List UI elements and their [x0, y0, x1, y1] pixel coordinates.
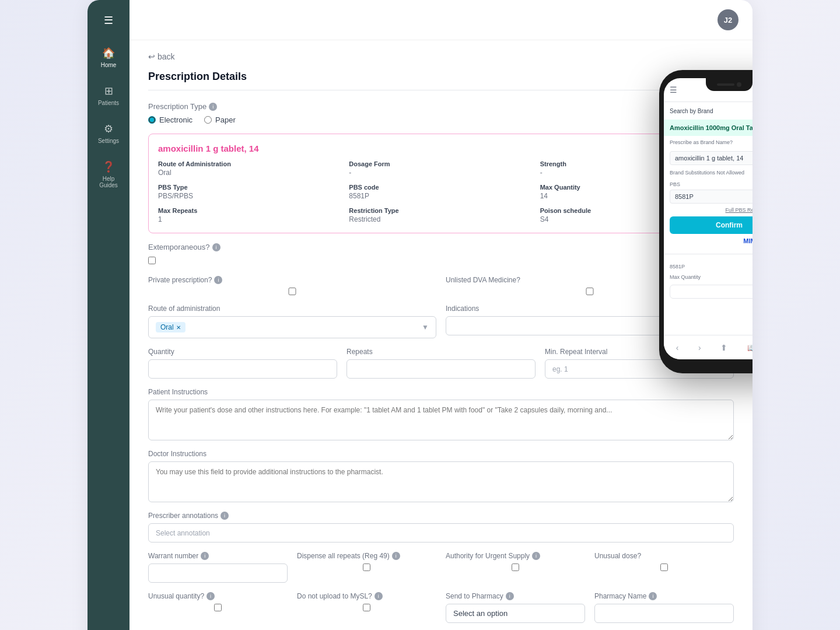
prescriber-annotations-input[interactable]: [148, 523, 734, 542]
pbs-type-detail: PBS Type PBS/RPBS: [158, 184, 342, 200]
pbs-type-value: PBS/RPBS: [158, 192, 342, 200]
back-button[interactable]: ↩ back: [148, 52, 734, 61]
sidebar: ☰ 🏠 Home ⊞ Patients ⚙ Settings ❓ Help Gu…: [88, 0, 130, 630]
back-arrow-icon: ↩: [148, 52, 155, 61]
unusual-quantity-group: Unusual quantity? i: [148, 592, 288, 611]
doctor-instructions-label: Doctor Instructions: [148, 450, 734, 458]
pharmacy-name-label: Pharmacy Name i: [594, 592, 734, 600]
pbs-code-value: 8581P: [349, 192, 533, 200]
doctor-instructions-group: Doctor Instructions: [148, 450, 734, 502]
route-admin-detail: Route of Administration Oral: [158, 160, 342, 177]
sidebar-item-patients-label: Patients: [98, 100, 119, 106]
unlisted-dva-checkbox[interactable]: [446, 288, 734, 295]
sidebar-item-settings-label: Settings: [98, 138, 119, 144]
do-not-upload-group: Do not upload to MySL? i: [297, 592, 436, 611]
max-quantity-value: 14: [540, 192, 724, 200]
dispense-all-repeats-checkbox[interactable]: [297, 564, 436, 571]
send-to-pharmacy-label: Send to Pharmacy i: [446, 592, 585, 600]
warrant-info-icon[interactable]: i: [201, 552, 209, 560]
main-content: J2 ↩ back Prescription Details Prescript…: [130, 0, 752, 630]
private-prescription-info-icon[interactable]: i: [214, 276, 222, 284]
user-avatar: J2: [718, 9, 738, 30]
header: J2: [130, 0, 752, 40]
prescriber-annotations-info-icon[interactable]: i: [220, 512, 229, 520]
unusual-dose-label: Unusual dose?: [594, 552, 734, 560]
unusual-quantity-label: Unusual quantity? i: [148, 592, 288, 600]
paper-radio-label[interactable]: Paper: [204, 116, 236, 124]
extemporaneous-checkbox[interactable]: [148, 257, 156, 264]
private-prescription-checkbox[interactable]: [148, 288, 436, 295]
authority-info-icon[interactable]: i: [532, 552, 540, 560]
content-area: ↩ back Prescription Details Prescription…: [130, 40, 752, 630]
extemporaneous-label: Extemporaneous? i: [148, 243, 734, 251]
sidebar-item-patients[interactable]: ⊞ Patients: [91, 79, 126, 112]
send-to-pharmacy-select[interactable]: Select an option: [446, 604, 585, 623]
patient-instructions-textarea[interactable]: [148, 400, 734, 440]
pharmacy-name-input[interactable]: [594, 604, 734, 623]
max-repeats-detail: Max Repeats 1: [158, 207, 342, 223]
min-repeat-input[interactable]: [545, 359, 734, 379]
unlisted-dva-label: Unlisted DVA Medicine?: [446, 276, 734, 284]
doctor-instructions-textarea[interactable]: [148, 461, 734, 502]
private-prescription-group: Private prescription? i: [148, 276, 436, 295]
quantity-form-group: Quantity 14: [148, 348, 337, 379]
send-pharmacy-select-wrapper: Select an option: [446, 604, 585, 623]
dispense-all-repeats-label: Dispense all repeats (Reg 49) i: [297, 552, 436, 560]
unusual-quantity-checkbox[interactable]: [148, 604, 288, 611]
oral-tag-close[interactable]: ✕: [176, 324, 181, 331]
send-pharmacy-info-icon[interactable]: i: [506, 592, 514, 600]
patients-icon: ⊞: [104, 85, 113, 97]
dosage-form-detail: Dosage Form -: [349, 160, 533, 177]
private-dva-row: Private prescription? i Unlisted DVA Med…: [148, 276, 734, 295]
send-to-pharmacy-group: Send to Pharmacy i Select an option: [446, 592, 585, 623]
warrant-number-input[interactable]: [148, 564, 288, 583]
prescriber-annotations-group: Prescriber annotations i: [148, 512, 734, 542]
poison-schedule-value: S4: [540, 215, 724, 223]
route-indications-row: Route of administration Oral ✕ ▼ Indicat…: [148, 304, 734, 338]
unusual-qty-info-icon[interactable]: i: [206, 592, 215, 600]
route-admin-form-group: Route of administration Oral ✕ ▼: [148, 304, 436, 338]
electronic-radio-label[interactable]: Electronic: [148, 116, 192, 124]
quantity-input[interactable]: 14: [148, 359, 337, 379]
extemporaneous-section: Extemporaneous? i: [148, 243, 734, 267]
pharmacy-name-info-icon[interactable]: i: [649, 592, 657, 600]
strength-value: -: [540, 169, 724, 177]
prescription-type-label: Prescription Type i: [148, 102, 734, 111]
unusual-dose-group: Unusual dose?: [594, 552, 734, 571]
back-label: back: [158, 52, 175, 61]
sidebar-logo: ☰: [99, 9, 118, 32]
warrant-number-group: Warrant number i: [148, 552, 288, 583]
extemporaneous-info-icon[interactable]: i: [212, 243, 220, 251]
authority-urgent-checkbox[interactable]: [446, 564, 585, 571]
do-not-upload-checkbox[interactable]: [297, 604, 436, 611]
oral-tag: Oral ✕: [156, 322, 186, 332]
electronic-radio[interactable]: [148, 116, 156, 124]
warrant-row: Warrant number i Dispense all repeats (R…: [148, 552, 734, 583]
pharmacy-name-group: Pharmacy Name i: [594, 592, 734, 623]
dispense-info-icon[interactable]: i: [392, 552, 400, 560]
sidebar-item-settings[interactable]: ⚙ Settings: [91, 117, 126, 150]
max-quantity-label: Max Quantity: [540, 184, 724, 191]
sidebar-item-help-label: Help Guides: [96, 176, 121, 188]
authority-urgent-label: Authority for Urgent Supply i: [446, 552, 585, 560]
paper-radio[interactable]: [204, 116, 212, 124]
sidebar-item-help[interactable]: ❓ Help Guides: [91, 155, 126, 194]
indications-form-label: Indications: [446, 304, 734, 313]
sidebar-item-home[interactable]: 🏠 Home: [91, 41, 126, 74]
repeats-form-label: Repeats: [346, 348, 536, 356]
repeats-input[interactable]: 0: [346, 359, 536, 379]
private-prescription-label: Private prescription? i: [148, 276, 436, 284]
max-repeats-label: Max Repeats: [158, 207, 342, 214]
route-admin-chevron: ▼: [422, 323, 429, 331]
dispense-all-repeats-group: Dispense all repeats (Reg 49) i: [297, 552, 436, 571]
home-icon: 🏠: [102, 47, 115, 60]
unusual-dose-checkbox[interactable]: [594, 564, 734, 571]
poison-schedule-label: Poison schedule: [540, 207, 724, 214]
do-not-upload-info-icon[interactable]: i: [374, 592, 383, 600]
route-admin-select[interactable]: Oral ✕ ▼: [148, 316, 436, 338]
dosage-form-value: -: [349, 169, 533, 177]
indications-input[interactable]: [446, 316, 734, 335]
prescription-type-info-icon[interactable]: i: [209, 103, 217, 111]
strength-detail: Strength -: [540, 160, 724, 177]
paper-label: Paper: [215, 116, 236, 124]
